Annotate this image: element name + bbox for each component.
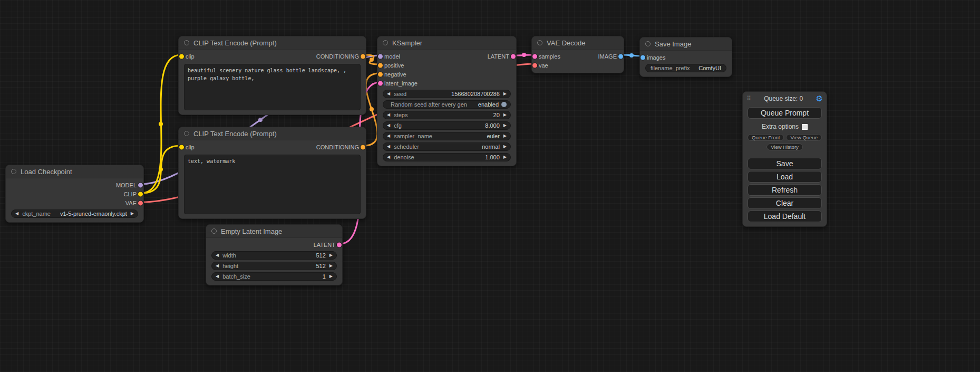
output-slot-model[interactable] xyxy=(138,183,143,187)
collapse-toggle-icon[interactable] xyxy=(537,40,542,45)
node-title-bar[interactable]: CLIP Text Encode (Prompt) xyxy=(179,36,366,50)
widget-random-seed-toggle[interactable]: Random seed after every gen enabled xyxy=(383,100,511,109)
node-title-bar[interactable]: CLIP Text Encode (Prompt) xyxy=(179,127,366,140)
input-slot-model[interactable] xyxy=(378,54,383,59)
decrement-arrow-icon[interactable]: ◀ xyxy=(15,212,18,216)
node-clip-text-encode-negative[interactable]: CLIP Text Encode (Prompt) clip CONDITION… xyxy=(178,127,366,219)
increment-arrow-icon[interactable]: ▶ xyxy=(503,155,507,159)
widget-cfg[interactable]: ◀ cfg 8.000 ▶ xyxy=(383,121,511,130)
increment-arrow-icon[interactable]: ▶ xyxy=(503,123,507,128)
output-slot-latent[interactable] xyxy=(511,54,516,59)
collapse-toggle-icon[interactable] xyxy=(645,41,651,46)
extra-options-checkbox[interactable] xyxy=(802,124,808,130)
decrement-arrow-icon[interactable]: ◀ xyxy=(216,274,219,279)
decrement-arrow-icon[interactable]: ◀ xyxy=(387,145,390,149)
node-title-bar[interactable]: Load Checkpoint xyxy=(6,165,143,178)
link-midpoint-dot xyxy=(370,107,374,111)
widget-steps[interactable]: ◀ steps 20 ▶ xyxy=(383,111,511,119)
io-row-negative: negative xyxy=(377,70,516,79)
prompt-textarea[interactable]: text, watermark xyxy=(184,155,361,214)
clear-button[interactable]: Clear xyxy=(748,197,822,209)
load-button[interactable]: Load xyxy=(748,171,822,183)
input-slot-clip[interactable] xyxy=(179,145,184,149)
increment-arrow-icon[interactable]: ▶ xyxy=(329,264,333,268)
node-empty-latent-image[interactable]: Empty Latent Image LATENT ◀ width 512 ▶ … xyxy=(206,224,343,285)
io-row-images: images xyxy=(640,53,732,62)
increment-arrow-icon[interactable]: ▶ xyxy=(329,274,333,279)
increment-arrow-icon[interactable]: ▶ xyxy=(503,134,507,138)
widget-value: enabled xyxy=(478,101,499,108)
output-slot-clip[interactable] xyxy=(138,192,143,196)
save-button[interactable]: Save xyxy=(748,158,822,169)
collapse-toggle-icon[interactable] xyxy=(11,169,16,174)
view-queue-button[interactable]: View Queue xyxy=(786,134,822,141)
node-ksampler[interactable]: KSampler model LATENT positive negative … xyxy=(377,36,517,166)
decrement-arrow-icon[interactable]: ◀ xyxy=(387,155,390,159)
output-slot-conditioning[interactable] xyxy=(361,145,365,149)
widget-denoise[interactable]: ◀ denoise 1.000 ▶ xyxy=(383,153,511,161)
collapse-toggle-icon[interactable] xyxy=(184,40,189,45)
increment-arrow-icon[interactable]: ▶ xyxy=(503,145,507,149)
node-title-bar[interactable]: KSampler xyxy=(377,36,516,50)
drag-handle-icon[interactable]: ⠿ xyxy=(746,95,751,102)
input-slot-latent-image[interactable] xyxy=(378,81,383,85)
node-load-checkpoint[interactable]: Load Checkpoint MODEL CLIP VAE ◀ ckpt_na… xyxy=(5,165,144,223)
node-canvas[interactable]: Load Checkpoint MODEL CLIP VAE ◀ ckpt_na… xyxy=(0,0,980,372)
link-midpoint-dot xyxy=(258,118,263,122)
decrement-arrow-icon[interactable]: ◀ xyxy=(387,134,390,138)
collapse-toggle-icon[interactable] xyxy=(383,40,388,45)
node-title-bar[interactable]: Empty Latent Image xyxy=(206,225,342,238)
decrement-arrow-icon[interactable]: ◀ xyxy=(387,92,390,96)
node-vae-decode[interactable]: VAE Decode samples IMAGE vae xyxy=(531,36,624,73)
widget-label: filename_prefix xyxy=(651,65,690,71)
output-row-model: MODEL xyxy=(6,180,143,189)
input-slot-samples[interactable] xyxy=(532,54,537,59)
widget-label: Random seed after every gen xyxy=(391,101,467,108)
decrement-arrow-icon[interactable]: ◀ xyxy=(387,123,390,128)
increment-arrow-icon[interactable]: ▶ xyxy=(131,212,134,216)
widget-scheduler[interactable]: ◀ scheduler normal ▶ xyxy=(383,142,511,151)
settings-gear-icon[interactable]: ⚙ xyxy=(816,94,823,103)
input-slot-images[interactable] xyxy=(641,55,645,60)
output-slot-vae[interactable] xyxy=(138,201,143,205)
output-slot-image[interactable] xyxy=(618,54,623,59)
refresh-button[interactable]: Refresh xyxy=(748,184,822,196)
increment-arrow-icon[interactable]: ▶ xyxy=(329,253,333,257)
view-history-button[interactable]: View History xyxy=(766,144,803,150)
widget-sampler-name[interactable]: ◀ sampler_name euler ▶ xyxy=(383,132,511,140)
widget-height[interactable]: ◀ height 512 ▶ xyxy=(211,262,337,270)
decrement-arrow-icon[interactable]: ◀ xyxy=(387,113,390,117)
widget-batch-size[interactable]: ◀ batch_size 1 ▶ xyxy=(211,272,337,281)
node-title-bar[interactable]: VAE Decode xyxy=(532,36,624,50)
output-slot-latent[interactable] xyxy=(337,242,342,247)
collapse-toggle-icon[interactable] xyxy=(211,228,217,234)
widget-filename-prefix[interactable]: filename_prefix ComfyUI xyxy=(645,64,726,72)
input-slot-negative[interactable] xyxy=(378,72,383,77)
widget-label: scheduler xyxy=(394,144,419,150)
output-slot-conditioning[interactable] xyxy=(361,54,365,59)
widget-ckpt-name[interactable]: ◀ ckpt_name v1-5-pruned-emaonly.ckpt ▶ xyxy=(11,209,138,218)
node-title-bar[interactable]: Save Image xyxy=(640,37,732,51)
load-default-button[interactable]: Load Default xyxy=(748,211,822,222)
widget-width[interactable]: ◀ width 512 ▶ xyxy=(211,251,337,260)
decrement-arrow-icon[interactable]: ◀ xyxy=(216,264,219,268)
input-slot-positive[interactable] xyxy=(378,63,383,68)
node-title: Empty Latent Image xyxy=(221,227,282,235)
node-clip-text-encode-positive[interactable]: CLIP Text Encode (Prompt) clip CONDITION… xyxy=(178,36,366,115)
widget-seed[interactable]: ◀ seed 156680208700286 ▶ xyxy=(383,90,511,98)
widget-label: ckpt_name xyxy=(22,211,51,217)
node-save-image[interactable]: Save Image images filename_prefix ComfyU… xyxy=(639,37,732,77)
input-slot-vae[interactable] xyxy=(532,63,537,68)
increment-arrow-icon[interactable]: ▶ xyxy=(503,92,507,96)
widget-value: 1 xyxy=(323,273,326,280)
decrement-arrow-icon[interactable]: ◀ xyxy=(216,253,219,257)
io-row-positive: positive xyxy=(377,61,516,70)
collapse-toggle-icon[interactable] xyxy=(184,131,189,136)
widget-value: normal xyxy=(482,144,500,150)
prompt-textarea[interactable]: beautiful scenery nature glass bottle la… xyxy=(184,64,361,110)
input-slot-clip[interactable] xyxy=(179,54,184,59)
widget-value: ComfyUI xyxy=(698,65,721,71)
queue-prompt-button[interactable]: Queue Prompt xyxy=(748,107,822,119)
queue-front-button[interactable]: Queue Front xyxy=(748,134,784,141)
increment-arrow-icon[interactable]: ▶ xyxy=(503,113,507,117)
